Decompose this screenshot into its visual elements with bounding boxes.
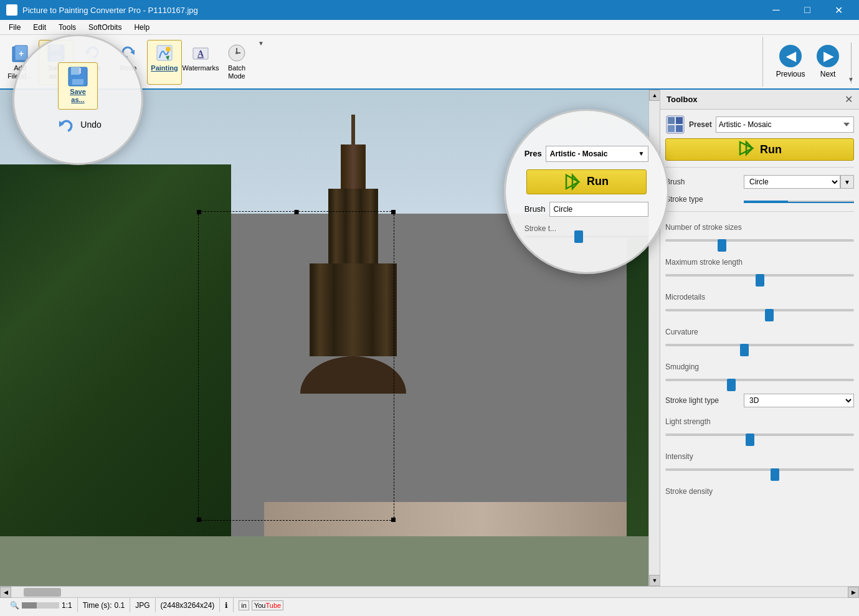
smudging-container: Smudging <box>665 360 854 386</box>
scroll-down-button[interactable]: ▼ <box>649 575 660 586</box>
trees-left <box>0 164 231 537</box>
zoom-section: 🔍 1:1 <box>5 598 78 612</box>
redo-icon <box>118 43 138 63</box>
toolbox-panel: Toolbox ✕ Preset Artistic - Mosaic <box>660 90 859 586</box>
vertical-scrollbar: ▲ ▼ <box>648 90 660 586</box>
minimize-button[interactable]: ─ <box>762 0 790 20</box>
batch-mode-label: BatchMode <box>228 64 245 80</box>
brush-dropdown-button[interactable]: ▼ <box>840 175 854 189</box>
menu-file[interactable]: File <box>2 20 27 34</box>
menu-softorbits[interactable]: SoftOrbits <box>82 20 128 34</box>
smudging-label: Smudging <box>665 362 854 371</box>
svg-rect-18 <box>668 125 675 132</box>
previous-icon: ◀ <box>779 45 802 67</box>
previous-button[interactable]: ◀ Previous <box>773 37 808 86</box>
add-files-button[interactable]: + AddFile(s)... <box>2 40 37 85</box>
curvature-thumb[interactable] <box>740 344 749 356</box>
microdetails-thumb[interactable] <box>765 309 774 321</box>
redo-button[interactable]: Redo <box>111 40 146 85</box>
info-section: ℹ <box>220 598 234 612</box>
next-icon: ▶ <box>817 45 839 67</box>
painting-label: Painting <box>151 64 178 72</box>
stroke-type-label: Stroke type <box>665 195 740 204</box>
svg-text:A: A <box>197 49 204 59</box>
max-stroke-slider[interactable] <box>665 269 854 282</box>
painting-button[interactable]: Painting <box>147 40 182 85</box>
zoom-icon: 🔍 <box>10 601 19 610</box>
ribbon-dropdown-arrow[interactable]: ▼ <box>848 76 854 83</box>
scroll-left-button[interactable]: ◀ <box>0 587 11 598</box>
toolbox-title: Toolbox <box>667 95 698 104</box>
menu-tools[interactable]: Tools <box>52 20 82 34</box>
scrollbar-thumb[interactable] <box>24 588 61 597</box>
divider-2 <box>665 211 854 212</box>
scroll-up-button[interactable]: ▲ <box>649 90 660 101</box>
undo-button[interactable]: Undo <box>75 40 110 85</box>
save-button[interactable]: Saveas... <box>39 40 74 85</box>
undo-label: Undo <box>84 64 100 72</box>
format-label: JPG <box>135 601 149 610</box>
watermarks-button[interactable]: A Watermarks <box>183 40 218 85</box>
time-label: Time (s): <box>83 601 112 610</box>
ribbon: + AddFile(s)... Saveas... <box>0 35 859 90</box>
info-icon[interactable]: ℹ <box>225 601 228 610</box>
horizontal-scrollbar: ◀ ▶ <box>0 586 859 597</box>
linkedin-icon[interactable]: in <box>239 600 249 610</box>
toolbox-body: Preset Artistic - Mosaic Oil Painting Wa… <box>660 110 859 503</box>
save-icon <box>46 43 66 63</box>
close-button[interactable]: ✕ <box>824 0 853 20</box>
intensity-slider[interactable] <box>665 463 854 476</box>
light-strength-thumb[interactable] <box>746 434 754 446</box>
svg-rect-17 <box>676 117 683 124</box>
scroll-right-button[interactable]: ▶ <box>848 587 859 598</box>
stroke-light-label: Stroke light type <box>665 396 740 405</box>
stroke-sizes-slider[interactable] <box>665 234 854 247</box>
app-title: Picture to Painting Converter Pro - P111… <box>22 6 198 15</box>
menu-edit[interactable]: Edit <box>27 20 52 34</box>
svg-point-10 <box>166 47 171 52</box>
microdetails-label: Microdetails <box>665 293 854 301</box>
preset-icon <box>665 115 685 135</box>
ribbon-buttons: + AddFile(s)... Saveas... <box>2 37 846 88</box>
scroll-track-h[interactable] <box>11 587 848 597</box>
canvas-area[interactable]: ▲ ▼ <box>0 90 660 586</box>
brush-label: Brush <box>665 178 740 186</box>
stroke-light-select[interactable]: 3D 2D Flat <box>744 394 854 407</box>
preset-row: Preset Artistic - Mosaic Oil Painting Wa… <box>665 115 854 135</box>
run-button[interactable]: Run <box>665 138 854 161</box>
stroke-light-row: Stroke light type 3D 2D Flat <box>665 394 854 407</box>
stroke-type-row: Stroke type <box>665 195 854 204</box>
watermarks-icon: A <box>191 43 211 63</box>
stroke-sizes-thumb[interactable] <box>718 239 726 252</box>
status-bar: 🔍 1:1 Time (s): 0.1 JPG (2448x3264x24) ℹ… <box>0 597 859 612</box>
svg-rect-4 <box>50 45 58 51</box>
preset-select[interactable]: Artistic - Mosaic Oil Painting Watercolo… <box>716 116 854 133</box>
nav-buttons: ◀ Previous ▶ Next ▼ <box>762 35 859 88</box>
smudging-slider[interactable] <box>665 374 854 386</box>
intensity-label: Intensity <box>665 452 854 461</box>
youtube-icon[interactable]: YouTube <box>252 600 283 610</box>
curvature-slider[interactable] <box>665 339 854 351</box>
max-stroke-container: Maximum stroke length <box>665 255 854 282</box>
dimensions-section: (2448x3264x24) <box>156 598 221 612</box>
batch-mode-button[interactable]: BatchMode <box>219 40 254 85</box>
max-stroke-thumb[interactable] <box>756 274 764 287</box>
light-strength-slider[interactable] <box>665 429 854 441</box>
social-section: in YouTube <box>234 598 288 612</box>
svg-text:+: + <box>19 49 24 59</box>
zoom-slider[interactable] <box>22 602 59 609</box>
batch-dropdown-arrow[interactable]: ▼ <box>255 40 267 47</box>
toolbox-close-button[interactable]: ✕ <box>845 93 853 105</box>
smudging-thumb[interactable] <box>727 379 736 391</box>
brush-select[interactable]: Circle Square <box>744 175 840 189</box>
maximize-button[interactable]: □ <box>793 0 822 20</box>
svg-rect-16 <box>668 117 675 124</box>
svg-rect-5 <box>51 55 61 60</box>
intensity-thumb[interactable] <box>771 468 779 481</box>
menu-help[interactable]: Help <box>128 20 156 34</box>
curvature-container: Curvature <box>665 325 854 351</box>
microdetails-slider[interactable] <box>665 304 854 316</box>
scroll-track <box>649 101 660 575</box>
time-value: 0.1 <box>115 601 125 610</box>
next-button[interactable]: ▶ Next <box>810 37 845 86</box>
